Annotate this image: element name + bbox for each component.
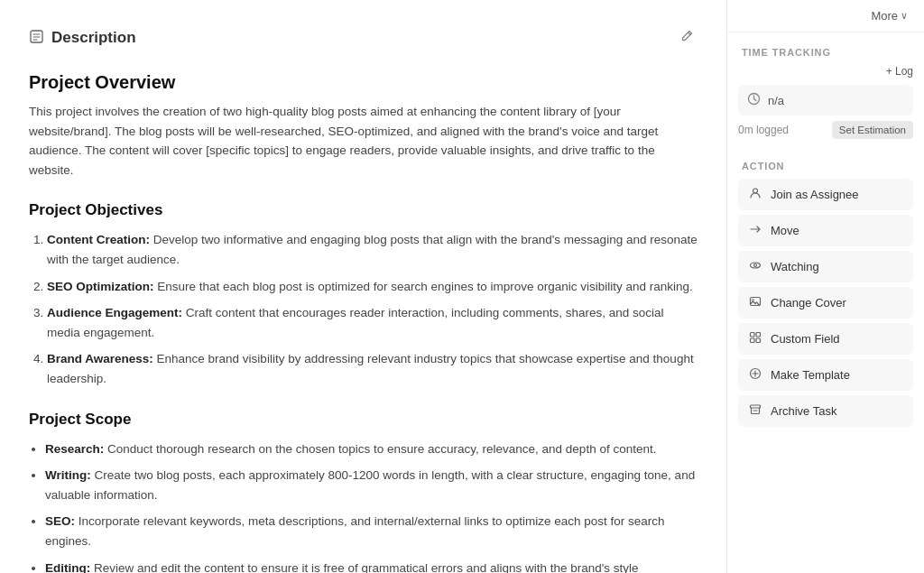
list-item: Audience Engagement: Craft content that … bbox=[47, 303, 698, 342]
grid-icon bbox=[749, 331, 762, 347]
list-item: Writing: Create two blog posts, each app… bbox=[45, 466, 698, 504]
list-item: SEO: Incorporate relevant keywords, meta… bbox=[45, 512, 698, 550]
time-logged-label: 0m logged bbox=[738, 124, 789, 136]
action-section: Join as Assignee Move Watching bbox=[727, 179, 924, 427]
archive-icon bbox=[749, 403, 762, 419]
svg-point-7 bbox=[753, 189, 758, 193]
time-tracking-label: TIME TRACKING bbox=[727, 32, 924, 65]
log-button[interactable]: + Log bbox=[886, 65, 913, 78]
watching-label: Watching bbox=[771, 260, 819, 273]
document-body: Project Overview This project involves t… bbox=[29, 72, 698, 573]
sidebar: More ∨ TIME TRACKING + Log n/a 0m logged… bbox=[727, 0, 924, 573]
scope-list: Research: Conduct thorough research on t… bbox=[29, 439, 698, 573]
list-item: Research: Conduct thorough research on t… bbox=[45, 439, 698, 459]
svg-line-6 bbox=[754, 99, 757, 101]
join-assignee-label: Join as Assignee bbox=[771, 188, 859, 201]
svg-point-11 bbox=[753, 300, 754, 301]
edit-icon[interactable] bbox=[676, 25, 698, 51]
make-template-label: Make Template bbox=[771, 368, 850, 382]
action-section-label: ACTION bbox=[727, 146, 924, 179]
template-icon bbox=[749, 367, 762, 383]
time-logged-row: 0m logged Set Estimation bbox=[738, 121, 913, 139]
description-icon bbox=[29, 29, 44, 48]
svg-rect-13 bbox=[756, 333, 761, 337]
list-item: Editing: Review and edit the content to … bbox=[45, 559, 698, 574]
change-cover-label: Change Cover bbox=[771, 296, 846, 310]
eye-icon bbox=[749, 259, 762, 274]
svg-rect-14 bbox=[751, 338, 755, 343]
svg-point-8 bbox=[751, 263, 761, 268]
list-item: SEO Optimization: Ensure that each blog … bbox=[47, 277, 698, 297]
project-objectives-heading: Project Objectives bbox=[29, 201, 698, 219]
svg-point-9 bbox=[754, 264, 757, 267]
time-tracking-header: + Log bbox=[738, 65, 913, 78]
project-scope-heading: Project Scope bbox=[29, 411, 698, 429]
archive-task-label: Archive Task bbox=[771, 404, 836, 418]
description-title: Description bbox=[51, 29, 136, 47]
image-icon bbox=[749, 295, 762, 310]
custom-field-label: Custom Field bbox=[771, 332, 840, 346]
description-header: Description bbox=[29, 25, 698, 51]
time-value: n/a bbox=[768, 94, 784, 107]
list-item: Content Creation: Develop two informativ… bbox=[47, 230, 698, 269]
watching-button[interactable]: Watching bbox=[738, 251, 913, 282]
svg-rect-15 bbox=[756, 338, 761, 343]
move-icon bbox=[749, 223, 762, 238]
move-button[interactable]: Move bbox=[738, 215, 913, 246]
more-button[interactable]: More ∨ bbox=[865, 7, 913, 24]
objectives-list: Content Creation: Develop two informativ… bbox=[29, 230, 698, 388]
project-overview-heading: Project Overview bbox=[29, 72, 698, 93]
time-value-row: n/a bbox=[738, 85, 913, 116]
set-estimation-button[interactable]: Set Estimation bbox=[832, 121, 913, 139]
svg-rect-12 bbox=[751, 333, 755, 337]
list-item: Brand Awareness: Enhance brand visibilit… bbox=[47, 349, 698, 388]
custom-field-button[interactable]: Custom Field bbox=[738, 323, 913, 355]
clock-icon bbox=[747, 92, 761, 108]
project-overview-text: This project involves the creation of tw… bbox=[29, 102, 698, 180]
archive-task-button[interactable]: Archive Task bbox=[738, 395, 913, 427]
time-tracking-section: + Log n/a 0m logged Set Estimation bbox=[727, 65, 924, 139]
sidebar-top-bar: More ∨ bbox=[727, 0, 924, 32]
svg-rect-19 bbox=[751, 405, 761, 408]
join-assignee-button[interactable]: Join as Assignee bbox=[738, 179, 913, 210]
person-icon bbox=[749, 187, 762, 202]
chevron-down-icon: ∨ bbox=[901, 10, 908, 22]
description-title-row: Description bbox=[29, 29, 136, 48]
move-label: Move bbox=[771, 224, 799, 237]
make-template-button[interactable]: Make Template bbox=[738, 359, 913, 391]
main-content: Description Project Overview This projec… bbox=[0, 0, 727, 573]
change-cover-button[interactable]: Change Cover bbox=[738, 287, 913, 319]
